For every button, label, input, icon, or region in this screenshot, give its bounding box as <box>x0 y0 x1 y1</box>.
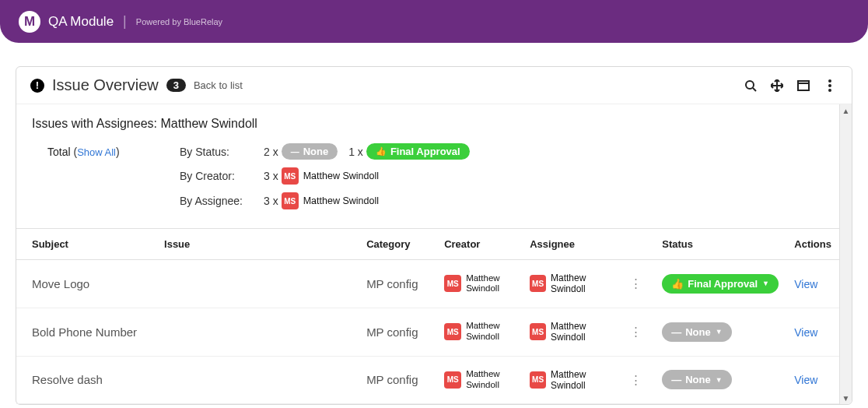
assignee-menu-icon[interactable]: ⋮ <box>625 373 646 387</box>
creator-name: Matthew Swindoll <box>303 171 379 181</box>
cell-issue <box>156 356 359 404</box>
creator-avatar: MS <box>444 371 461 389</box>
status-pill-none[interactable]: —None <box>282 143 338 160</box>
assignee-name-filter: Matthew Swindoll <box>303 195 379 206</box>
view-link[interactable]: View <box>794 278 817 290</box>
col-issue[interactable]: Issue <box>156 229 359 260</box>
assignee-name: Matthew Swindoll <box>160 117 257 130</box>
creator-name: Matthew Swindoll <box>466 321 513 343</box>
assignee-count: 3 x <box>264 195 278 207</box>
cell-status: — None ▼ <box>654 356 786 404</box>
status-pill-final[interactable]: 👍Final Approval <box>366 143 470 160</box>
cell-actions: View <box>786 356 839 404</box>
total-label: Total <box>47 146 71 158</box>
status-icon: — <box>671 326 681 338</box>
scrollbar[interactable]: ▲ ▼ <box>839 104 852 404</box>
chevron-down-icon: ▼ <box>762 280 769 287</box>
status-icon: — <box>671 374 681 385</box>
show-all-link[interactable]: Show All <box>77 146 116 158</box>
creator-name: Matthew Swindoll <box>466 273 513 295</box>
cell-status: 👍 Final Approval ▼ <box>654 260 786 308</box>
table-row: Resolve dash MP config MS Matthew Swindo… <box>16 356 839 404</box>
back-to-list-link[interactable]: Back to list <box>194 79 243 91</box>
assignee-heading: Issues with Assignees: Matthew Swindoll <box>32 117 836 131</box>
scroll-thumb[interactable] <box>841 117 851 392</box>
assignee-name: Matthew Swindoll <box>551 273 619 295</box>
alert-icon: ! <box>30 79 44 93</box>
svg-rect-4 <box>798 81 809 90</box>
col-actions[interactable]: Actions <box>786 229 839 260</box>
cell-creator: MS Matthew Swindoll <box>436 356 522 404</box>
view-link[interactable]: View <box>794 326 817 339</box>
search-icon[interactable] <box>743 78 758 93</box>
status-dropdown[interactable]: — None ▼ <box>662 370 731 389</box>
assignee-avatar: MS <box>282 192 299 209</box>
table-header-row: Subject Issue Category Creator Assignee … <box>16 229 839 260</box>
by-creator-label: By Creator: <box>180 170 257 182</box>
cell-subject: Move Logo <box>16 260 156 308</box>
col-category[interactable]: Category <box>359 229 436 260</box>
move-icon[interactable] <box>769 78 785 93</box>
svg-point-6 <box>828 79 831 83</box>
app-title: QA Module <box>48 14 114 30</box>
panel-body: ▲ ▼ Issues with Assignees: Matthew Swind… <box>16 104 852 404</box>
scroll-up-icon[interactable]: ▲ <box>840 104 852 117</box>
cell-category: MP config <box>359 308 436 356</box>
by-status-label: By Status: <box>180 146 257 158</box>
assignee-prefix: Issues with Assignees: <box>32 117 157 130</box>
col-subject[interactable]: Subject <box>16 229 156 260</box>
status-dropdown[interactable]: — None ▼ <box>662 322 731 342</box>
status-label: Final Approval <box>688 278 758 290</box>
svg-point-0 <box>746 81 754 89</box>
powered-by: Powered by BlueRelay <box>136 17 222 26</box>
svg-line-1 <box>753 88 756 91</box>
status-label: None <box>685 326 711 338</box>
panel-title: Issue Overview <box>52 76 159 94</box>
status-label: None <box>685 374 711 385</box>
view-link[interactable]: View <box>794 374 817 386</box>
cell-subject: Resolve dash <box>16 356 156 404</box>
table-row: Bold Phone Number MP config MS Matthew S… <box>16 308 839 356</box>
status-none-count: 2 x <box>264 146 278 158</box>
maximize-icon[interactable] <box>796 78 811 93</box>
col-assignee[interactable]: Assignee <box>522 229 654 260</box>
filter-row-status: Total (Show All) By Status: 2 x —None 1 … <box>47 143 836 160</box>
creator-avatar: MS <box>444 275 461 292</box>
cell-status: — None ▼ <box>654 308 786 356</box>
status-icon: 👍 <box>671 278 684 290</box>
assignee-name: Matthew Swindoll <box>551 369 619 392</box>
chevron-down-icon: ▼ <box>716 328 723 336</box>
creator-name: Matthew Swindoll <box>466 369 513 391</box>
cell-category: MP config <box>359 260 436 308</box>
scroll-down-icon[interactable]: ▼ <box>840 392 852 404</box>
issue-count-badge: 3 <box>166 79 186 92</box>
assignee-name: Matthew Swindoll <box>551 321 619 343</box>
creator-avatar: MS <box>444 323 461 340</box>
table-row: Move Logo MP config MS Matthew Swindoll … <box>16 260 839 308</box>
svg-point-8 <box>828 89 831 92</box>
creator-avatar: MS <box>282 167 299 185</box>
cell-creator: MS Matthew Swindoll <box>436 260 522 308</box>
cell-actions: View <box>786 308 839 356</box>
cell-assignee: MS Matthew Swindoll ⋮ <box>522 308 654 356</box>
chevron-down-icon: ▼ <box>716 376 723 384</box>
col-creator[interactable]: Creator <box>436 229 522 260</box>
cell-creator: MS Matthew Swindoll <box>436 308 522 356</box>
issue-panel: ! Issue Overview 3 Back to list ▲ ▼ <box>16 66 852 405</box>
assignee-menu-icon[interactable]: ⋮ <box>625 276 646 290</box>
cell-issue <box>156 260 359 308</box>
panel-header-right <box>743 78 838 93</box>
filter-row-creator: By Creator: 3 x MS Matthew Swindoll <box>47 167 836 185</box>
cell-category: MP config <box>359 356 436 404</box>
assignee-avatar: MS <box>530 371 546 389</box>
cell-assignee: MS Matthew Swindoll ⋮ <box>522 356 654 404</box>
more-icon[interactable] <box>822 78 838 93</box>
svg-point-7 <box>828 84 831 87</box>
panel-header: ! Issue Overview 3 Back to list <box>16 67 852 104</box>
assignee-menu-icon[interactable]: ⋮ <box>625 325 646 339</box>
cell-actions: View <box>786 260 839 308</box>
status-dropdown[interactable]: 👍 Final Approval ▼ <box>662 274 779 294</box>
logo-icon: M <box>19 11 40 33</box>
col-status[interactable]: Status <box>654 229 786 260</box>
filters-section: Issues with Assignees: Matthew Swindoll … <box>16 104 852 228</box>
